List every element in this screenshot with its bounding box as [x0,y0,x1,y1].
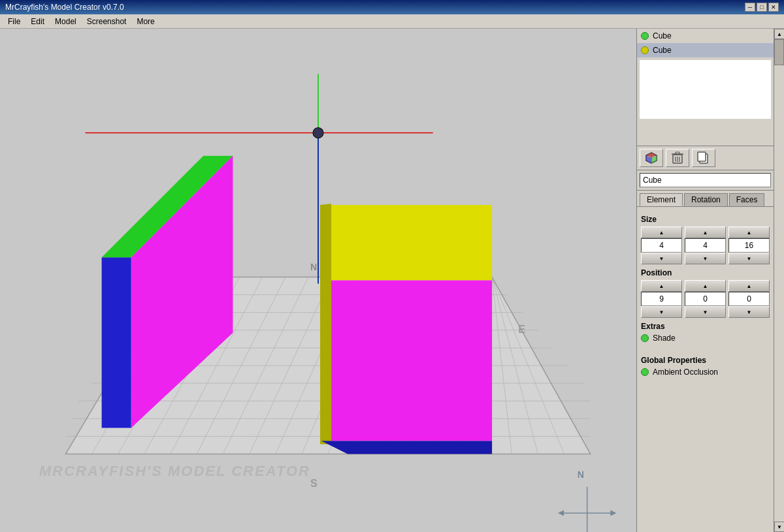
scroll-up-button[interactable]: ▲ [774,29,784,39]
svg-rect-64 [676,152,679,154]
pos-y-down[interactable] [685,306,726,318]
svg-marker-45 [321,441,492,454]
object-dot-1 [641,46,649,54]
pos-x-value: 9 [641,292,682,306]
cube-icon [645,151,658,164]
size-y-col: 4 [685,227,726,264]
size-y-down[interactable] [685,253,726,264]
svg-text:E: E [518,323,525,335]
object-dot-0 [641,32,649,40]
svg-marker-35 [102,257,131,428]
right-panel: Cube Cube [636,29,774,532]
position-spinners: 9 0 0 [641,280,770,318]
title-bar-title: MrCrayfish's Model Creator v0.7.0 [5,3,124,12]
title-bar: MrCrayfish's Model Creator v0.7.0 ─ □ ✕ [0,0,784,14]
size-spinners: 4 4 16 [641,227,770,264]
main-layout: N S E N MRCRAYFISH'S MODEL CREATOR [0,29,784,532]
title-bar-controls: ─ □ ✕ [745,3,779,12]
scroll-down-button[interactable]: ▼ [774,522,784,532]
name-field-row [637,170,774,191]
watermark: MRCRAYFISH'S MODEL CREATOR [39,463,310,480]
pos-y-col: 0 [685,280,726,318]
pos-z-up[interactable] [728,280,770,292]
size-x-down[interactable] [641,253,682,264]
object-label-1: Cube [653,46,672,55]
menu-model[interactable]: Model [50,16,82,27]
menu-screenshot[interactable]: Screenshot [82,16,132,27]
pos-y-value: 0 [685,292,726,306]
menu-more[interactable]: More [131,16,159,27]
scene-svg: N S E N [0,29,636,532]
menu-edit[interactable]: Edit [25,16,50,27]
scroll-track-body [774,39,784,522]
menu-file[interactable]: File [3,16,25,27]
object-list-empty [640,60,771,119]
size-x-up[interactable] [641,227,682,238]
scrollbar-thumb[interactable] [774,39,784,65]
svg-point-49 [313,128,323,138]
name-input[interactable] [640,173,771,187]
svg-marker-44 [320,204,331,445]
object-toolbar [637,146,774,170]
pos-y-up[interactable] [685,280,726,292]
add-cube-button[interactable] [640,149,663,167]
size-z-down[interactable] [728,253,770,264]
viewport[interactable]: N S E N MRCRAYFISH'S MODEL CREATOR [0,29,636,532]
menu-bar: File Edit Model Screenshot More [0,14,784,29]
object-label-0: Cube [653,31,672,40]
global-props-label: Global Properties [641,356,770,365]
size-x-col: 4 [641,227,682,264]
svg-rect-69 [698,152,706,161]
pos-x-col: 9 [641,280,682,318]
ambient-occlusion-dot [641,368,649,376]
pos-x-up[interactable] [641,280,682,292]
svg-text:N: N [310,262,317,272]
size-x-value: 4 [641,238,682,253]
duplicate-icon [697,151,710,164]
size-z-value: 16 [728,238,770,253]
extras-label: Extras [641,322,770,331]
size-label: Size [641,215,770,224]
pos-x-down[interactable] [641,306,682,318]
tab-bar: Element Rotation Faces [637,191,774,206]
size-z-col: 16 [728,227,770,264]
pos-z-col: 0 [728,280,770,318]
close-button[interactable]: ✕ [768,3,779,12]
object-item-0[interactable]: Cube [637,29,774,43]
shade-label: Shade [653,334,676,343]
svg-text:N: N [578,469,584,480]
delete-button[interactable] [666,149,689,167]
scrollbar[interactable]: ▲ ▼ [774,29,784,532]
trash-icon [672,151,683,164]
size-z-up[interactable] [728,227,770,238]
minimize-button[interactable]: ─ [745,3,755,12]
shade-row: Shade [641,334,770,343]
svg-marker-40 [321,281,492,441]
ambient-occlusion-row: Ambient Occlusion [641,368,770,377]
size-y-up[interactable] [685,227,726,238]
panel-content: Size 4 4 [637,206,774,383]
tab-faces[interactable]: Faces [729,193,765,206]
position-label: Position [641,268,770,277]
pos-z-value: 0 [728,292,770,306]
svg-marker-39 [321,205,492,280]
shade-dot [641,334,649,342]
object-item-1[interactable]: Cube [637,43,774,57]
size-y-value: 4 [685,238,726,253]
tab-rotation[interactable]: Rotation [684,193,728,206]
svg-text:S: S [310,477,318,489]
object-list: Cube Cube [637,29,774,146]
tab-element[interactable]: Element [640,193,683,206]
ambient-occlusion-label: Ambient Occlusion [653,368,718,377]
duplicate-button[interactable] [692,149,715,167]
restore-button[interactable]: □ [757,3,767,12]
right-panel-outer: Cube Cube [636,29,784,532]
pos-z-down[interactable] [728,306,770,318]
